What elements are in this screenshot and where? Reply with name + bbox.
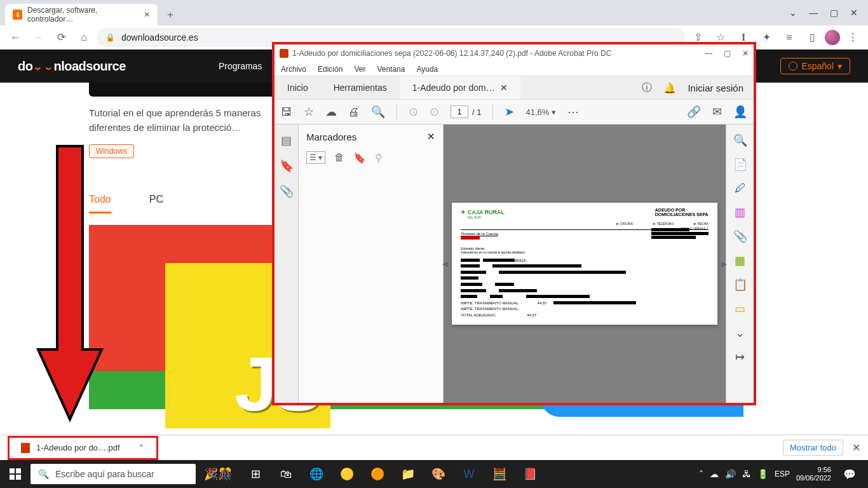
mail-icon[interactable]: ✉ [712, 105, 722, 119]
store-icon[interactable]: 🛍 [271, 460, 301, 488]
home-icon[interactable]: ⌂ [74, 27, 94, 48]
chrome-canary-icon[interactable]: 🟠 [362, 460, 393, 488]
acrobat-tab-document[interactable]: 1-Adeudo por dom… ✕ [400, 76, 520, 99]
taskview-icon[interactable]: ⊞ [240, 460, 271, 488]
edge-icon[interactable]: 🌐 [301, 460, 332, 488]
add-bookmark-icon[interactable]: 🔖 [353, 152, 366, 164]
attachment-icon[interactable]: 📎 [280, 184, 294, 198]
edit-pdf-icon[interactable]: 🖊 [735, 182, 746, 195]
extensions-icon[interactable]: ✦ [756, 27, 776, 48]
help-icon[interactable]: ⓘ [642, 81, 652, 95]
menu-archivo[interactable]: Archivo [281, 65, 306, 74]
minimize-icon[interactable]: — [804, 8, 822, 18]
tray-chevron-icon[interactable]: ˄ [699, 469, 703, 479]
page-input[interactable] [451, 105, 468, 118]
tab-close-icon[interactable]: ✕ [500, 83, 508, 93]
new-tab-button[interactable]: ＋ [161, 6, 179, 24]
combine-icon[interactable]: 📎 [733, 229, 747, 243]
language-selector[interactable]: Español ▾ [780, 58, 850, 74]
signin-link[interactable]: Iniciar sesión [688, 83, 743, 93]
maximize-icon[interactable]: ▢ [825, 8, 843, 18]
next-page-icon[interactable]: ▸ [721, 257, 727, 271]
more-icon[interactable]: ⋯ [567, 105, 579, 119]
network-icon[interactable]: 🖧 [742, 469, 751, 479]
star-icon[interactable]: ☆ [304, 105, 314, 119]
acrobat-titlebar[interactable]: 1-Adeudo por domiciliaciones sepa (2022-… [275, 44, 754, 62]
search-icon[interactable]: 🔍 [371, 105, 385, 119]
menu-ayuda[interactable]: Ayuda [416, 65, 438, 74]
pages-icon[interactable]: ▤ [281, 133, 292, 147]
document-viewport[interactable]: ◂ ✦ CAJA RURAL DEL SUR ADEUDO PORDOMICIL… [444, 125, 726, 403]
acrobat-tab-herramientas[interactable]: Herramientas [321, 76, 400, 99]
more-tools-icon[interactable]: ⌄ [735, 326, 745, 340]
chevron-up-icon[interactable]: ⌃ [138, 443, 145, 452]
acrobat-tab-inicio[interactable]: Inicio [275, 76, 321, 99]
clock[interactable]: 9:5609/06/2022 [796, 466, 831, 482]
site-logo[interactable]: do⌄⌄nloadsource [18, 58, 126, 74]
share-person-icon[interactable]: 👤 [733, 105, 747, 119]
download-chip[interactable]: 1-Adeudo por do….pdf ⌃ [8, 436, 158, 460]
taskbar-apps: ⊞ 🛍 🌐 🟡 🟠 📁 🎨 W 🧮 📕 [240, 460, 545, 488]
acrobat-close-icon[interactable]: ✕ [742, 49, 749, 58]
collapse-icon[interactable]: ↦ [735, 350, 745, 364]
battery-icon[interactable]: 🔋 [757, 469, 768, 479]
panel-close-icon[interactable]: ✕ [427, 131, 435, 142]
input-lang[interactable]: ESP [775, 470, 790, 478]
explorer-icon[interactable]: 📁 [393, 460, 423, 488]
sidebar-icon[interactable]: ▯ [802, 27, 822, 48]
url-text: downloadsource.es [121, 32, 198, 43]
zoom-level[interactable]: 41,6% ▾ [526, 107, 556, 117]
bookmark-options-icon[interactable]: ☰ ▾ [306, 151, 325, 164]
chevron-down-icon[interactable]: ⌄ [784, 8, 802, 18]
back-icon[interactable]: ← [5, 27, 25, 48]
create-pdf-icon[interactable]: 📄 [733, 158, 747, 172]
bell-icon[interactable]: 🔔 [663, 82, 676, 94]
trash-icon[interactable]: 🗑 [334, 152, 344, 163]
save-icon[interactable]: 🖫 [281, 105, 292, 119]
action-center-icon[interactable]: 💬 [837, 468, 862, 480]
profile-avatar[interactable] [825, 30, 840, 45]
show-all-downloads[interactable]: Mostrar todo [783, 440, 843, 456]
news-widget[interactable]: 🎉🎊 [196, 467, 240, 481]
export-icon[interactable]: ▦ [735, 254, 745, 268]
word-icon[interactable]: W [454, 460, 484, 488]
link-icon[interactable]: 🔗 [687, 105, 701, 119]
taskbar-search[interactable]: 🔍 Escribe aquí para buscar [31, 464, 196, 484]
kebab-menu-icon[interactable]: ⋮ [843, 27, 863, 48]
acrobat-title-text: 1-Adeudo por domiciliaciones sepa (2022-… [292, 49, 611, 58]
start-button[interactable] [0, 460, 31, 488]
onedrive-icon[interactable]: ☁ [710, 469, 719, 479]
browser-tab[interactable]: ⇩ Descargar, software, controlador… ✕ [5, 4, 158, 25]
chrome-icon[interactable]: 🟡 [332, 460, 362, 488]
bookmark-icon[interactable]: 🔖 [280, 159, 294, 173]
calculator-icon[interactable]: 🧮 [484, 460, 515, 488]
print-icon[interactable]: 🖨 [348, 105, 360, 119]
nav-programas[interactable]: Programas [219, 61, 262, 71]
find-bookmark-icon[interactable]: ⚲ [375, 152, 383, 164]
volume-icon[interactable]: 🔊 [725, 469, 736, 479]
zoom-tool-icon[interactable]: 🔍 [733, 133, 747, 147]
organize-icon[interactable]: ▥ [735, 205, 745, 219]
page-down-icon[interactable]: ⊙ [430, 105, 439, 119]
close-bar-icon[interactable]: ✕ [852, 442, 860, 454]
playlist-icon[interactable]: ≡ [779, 27, 799, 48]
menu-ventana[interactable]: Ventana [377, 65, 405, 74]
paint-icon[interactable]: 🎨 [423, 460, 454, 488]
prev-page-icon[interactable]: ◂ [442, 257, 448, 271]
acrobat-window: 1-Adeudo por domiciliaciones sepa (2022-… [272, 42, 756, 405]
close-icon[interactable]: ✕ [845, 8, 863, 18]
select-tool-icon[interactable]: ➤ [505, 105, 514, 119]
cloud-icon[interactable]: ☁ [325, 105, 337, 119]
acrobat-minimize-icon[interactable]: — [705, 49, 712, 58]
tab-pc[interactable]: PC [149, 194, 163, 214]
forward-icon[interactable]: → [28, 27, 48, 48]
acrobat-taskbar-icon[interactable]: 📕 [515, 460, 545, 488]
comment-icon[interactable]: ▭ [735, 302, 745, 316]
acrobat-maximize-icon[interactable]: ▢ [724, 49, 731, 58]
fill-sign-icon[interactable]: 📋 [733, 278, 747, 292]
tab-close-icon[interactable]: ✕ [144, 10, 150, 19]
menu-ver[interactable]: Ver [354, 65, 365, 74]
reload-icon[interactable]: ⟳ [51, 27, 71, 48]
menu-edicion[interactable]: Edición [318, 65, 342, 74]
page-up-icon[interactable]: ⊙ [409, 105, 418, 119]
